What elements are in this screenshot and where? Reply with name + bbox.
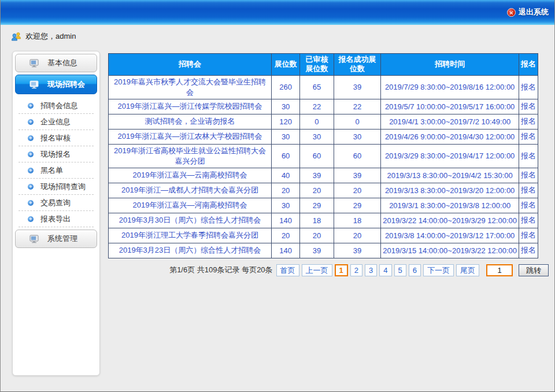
booth-count-cell: 30 [272, 99, 300, 114]
fair-name-cell: 2019年浙江嘉兴—浙江传媒学院校园招聘会 [109, 99, 272, 114]
plus-bullet-icon: + [28, 151, 34, 157]
apply-link[interactable]: 报名 [519, 114, 538, 129]
apply-link[interactable]: 报名 [519, 243, 538, 258]
plus-bullet-icon: + [28, 135, 34, 141]
fair-name-cell: 2019年浙江—成都人才招聘大会嘉兴分团 [109, 183, 272, 198]
recruit-time-cell: 2019/3/1 8:30:00~2019/3/8 12:00:00 [381, 198, 519, 213]
success-count-cell: 0 [334, 114, 381, 129]
plus-bullet-icon: + [28, 168, 34, 173]
monitor-icon [29, 80, 39, 89]
sidebar-subitem-label: 黑名单 [40, 165, 63, 176]
sidebar-subitem-label: 企业信息 [40, 117, 71, 127]
success-count-cell: 39 [334, 243, 381, 258]
apply-link[interactable]: 报名 [519, 144, 538, 168]
pagination-bar: 第1/6页 共109条记录 每页20条 首页 上一页 1 2 3 4 5 6 下… [108, 264, 549, 276]
apply-link[interactable]: 报名 [519, 129, 538, 144]
success-count-cell: 29 [334, 198, 381, 213]
header-fair-name: 招聘会 [109, 54, 272, 76]
fair-name-cell: 2019年浙江嘉兴—浙江农林大学校园招聘会 [109, 129, 272, 144]
booth-count-cell: 140 [272, 243, 300, 258]
recruit-time-cell: 2019/5/7 10:00:00~2019/5/17 16:00:00 [381, 99, 519, 114]
page-button[interactable]: 3 [365, 264, 377, 276]
sidebar-subitem[interactable]: + 招聘会信息 [18, 98, 94, 114]
approved-count-cell: 29 [300, 198, 334, 213]
sidebar-subitem-label: 现场招聘查询 [40, 182, 86, 192]
users-icon [11, 32, 22, 41]
sidebar-subitem[interactable]: + 现场报名 [18, 146, 94, 162]
success-count-cell: 30 [334, 129, 381, 144]
sidebar-item-onsite-fair[interactable]: 现场招聘会 [15, 75, 97, 94]
apply-link[interactable]: 报名 [519, 228, 538, 243]
header-recruit-time: 招聘时间 [381, 54, 519, 76]
approved-count-cell: 39 [300, 168, 334, 183]
page-button[interactable]: 4 [379, 264, 391, 276]
fair-name-cell: 2019年3月30日（周六）综合性人才招聘会 [109, 213, 272, 228]
approved-count-cell: 0 [300, 114, 334, 129]
approved-count-cell: 20 [300, 228, 334, 243]
booth-count-cell: 120 [272, 114, 300, 129]
apply-link[interactable]: 报名 [519, 183, 538, 198]
fair-name-cell: 2019年嘉兴市秋季人才交流大会暨毕业生招聘会 [109, 75, 272, 99]
sidebar-item-basic-info[interactable]: 基本信息 [15, 54, 97, 72]
prev-page-button[interactable]: 上一页 [302, 264, 332, 276]
last-page-button[interactable]: 尾页 [456, 264, 479, 276]
table-row: 测试招聘会，企业请勿报名 120 0 0 2019/4/1 3:00:00~20… [109, 114, 538, 129]
jump-button[interactable]: 跳转 [519, 264, 549, 276]
sidebar-item-label: 系统管理 [47, 234, 77, 244]
welcome-text: 欢迎您，admin [25, 31, 76, 42]
table-row: 2019年浙江理工大学春季招聘会嘉兴分团 20 20 20 2019/3/8 1… [109, 228, 538, 243]
booth-count-cell: 20 [272, 228, 300, 243]
sidebar-subitem[interactable]: + 企业信息 [18, 114, 94, 130]
page-button[interactable]: 6 [409, 264, 421, 276]
sidebar-subitem[interactable]: + 交易查询 [18, 195, 94, 211]
sidebar-item-system-mgmt[interactable]: 系统管理 [15, 230, 97, 248]
jump-page-input[interactable] [486, 264, 513, 276]
fair-name-cell: 2019年浙江省高校毕业生就业公益性招聘大会嘉兴分团 [109, 144, 272, 168]
success-count-cell: 39 [334, 75, 381, 99]
page-buttons: 1 2 3 4 5 6 [335, 264, 421, 276]
table-row: 2019年浙江嘉兴—河南高校招聘会 30 29 29 2019/3/1 8:30… [109, 198, 538, 213]
logout-button[interactable]: ✕ 退出系统 [507, 6, 549, 18]
page-button[interactable]: 2 [350, 264, 362, 276]
recruit-time-cell: 2019/3/8 14:00:00~2019/3/12 17:00:00 [381, 228, 519, 243]
apply-link[interactable]: 报名 [519, 168, 538, 183]
recruit-time-cell: 2019/4/1 3:00:00~2019/7/2 10:49:00 [381, 114, 519, 129]
apply-link[interactable]: 报名 [519, 198, 538, 213]
booth-count-cell: 20 [272, 183, 300, 198]
apply-link[interactable]: 报名 [519, 213, 538, 228]
sidebar-subitem[interactable]: + 黑名单 [18, 162, 94, 179]
page-button[interactable]: 5 [394, 264, 406, 276]
approved-count-cell: 18 [300, 213, 334, 228]
booth-count-cell: 40 [272, 168, 300, 183]
table-row: 2019年嘉兴市秋季人才交流大会暨毕业生招聘会 260 65 39 2019/7… [109, 75, 538, 99]
approved-count-cell: 30 [300, 129, 334, 144]
monitor-icon [29, 235, 39, 243]
recruit-time-cell: 2019/4/26 9:00:00~2019/4/30 12:00:00 [381, 129, 519, 144]
success-count-cell: 20 [334, 228, 381, 243]
apply-link[interactable]: 报名 [519, 99, 538, 114]
pagination-summary: 第1/6页 共109条记录 每页20条 [169, 265, 272, 275]
booth-count-cell: 60 [272, 144, 300, 168]
recruit-time-cell: 2019/3/29 8:30:00~2019/4/17 12:00:00 [381, 144, 519, 168]
recruit-time-cell: 2019/3/15 14:00:00~2019/3/22 12:00:00 [381, 243, 519, 258]
fair-name-cell: 2019年3月23日（周六）综合性人才招聘会 [109, 243, 272, 258]
table-body: 2019年嘉兴市秋季人才交流大会暨毕业生招聘会 260 65 39 2019/7… [109, 75, 538, 258]
sidebar-subitem[interactable]: + 报表导出 [18, 211, 94, 227]
booth-count-cell: 30 [272, 129, 300, 144]
approved-count-cell: 65 [300, 75, 334, 99]
sidebar-subitem[interactable]: + 现场招聘查询 [18, 179, 94, 195]
recruit-time-cell: 2019/3/13 8:30:00~2019/4/2 15:30:00 [381, 168, 519, 183]
plus-bullet-icon: + [28, 216, 34, 222]
welcome-bar: 欢迎您，admin [11, 31, 76, 42]
sidebar-subitem-label: 现场报名 [40, 149, 71, 160]
next-page-button[interactable]: 下一页 [423, 264, 454, 276]
sidebar: 基本信息 现场招聘会 + 招聘会信息 + 企业信息 + [12, 51, 100, 376]
sidebar-item-label: 基本信息 [47, 58, 77, 68]
sidebar-subitem[interactable]: + 报名审核 [18, 130, 94, 146]
sidebar-subitem-label: 报名审核 [40, 133, 71, 143]
apply-link[interactable]: 报名 [519, 75, 538, 99]
page-button[interactable]: 1 [335, 264, 348, 276]
booth-count-cell: 30 [272, 198, 300, 213]
first-page-button[interactable]: 首页 [276, 264, 299, 276]
table-row: 2019年浙江省高校毕业生就业公益性招聘大会嘉兴分团 60 60 60 2019… [109, 144, 538, 168]
